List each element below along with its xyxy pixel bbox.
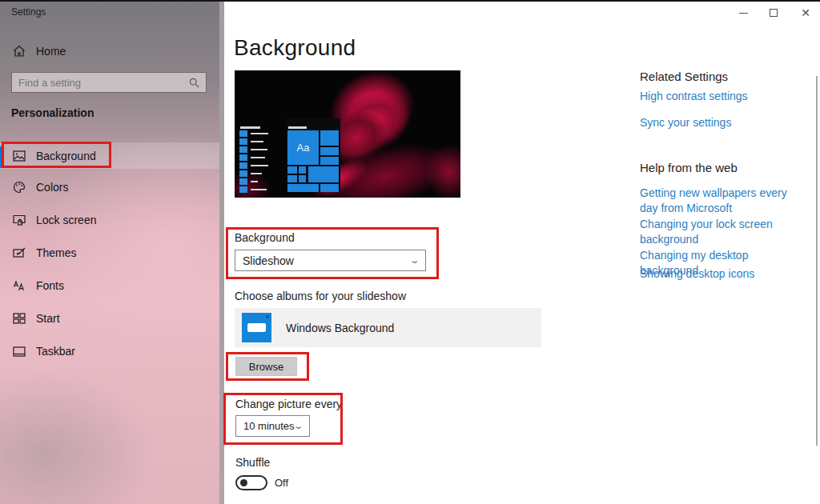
preview-tile — [299, 166, 306, 174]
sidebar-item-label: Colors — [36, 181, 68, 194]
selected-accent-bar — [0, 146, 3, 168]
sidebar-item-background[interactable]: Background — [0, 142, 219, 169]
link-desktop-icons[interactable]: Showing desktop icons — [640, 266, 754, 282]
preview-app-line — [251, 165, 268, 166]
link-new-wallpapers[interactable]: Getting new wallpapers every day from Mi… — [640, 186, 796, 217]
toggle-knob — [240, 479, 247, 486]
sidebar-item-taskbar[interactable]: Taskbar — [0, 338, 219, 364]
window-top-border — [0, 0, 820, 2]
background-dropdown-label: Background — [235, 231, 295, 244]
preview-tile — [308, 166, 339, 182]
sidebar-item-label: Themes — [36, 246, 77, 259]
sidebar-item-label: Fonts — [36, 279, 64, 292]
shuffle-label: Shuffle — [235, 456, 270, 469]
shuffle-toggle[interactable] — [235, 475, 267, 490]
sidebar-item-label: Lock screen — [36, 214, 96, 226]
preview-app-square — [239, 178, 247, 185]
sidebar-item-themes[interactable]: Themes — [0, 240, 219, 266]
sidebar-item-label: Background — [36, 150, 96, 162]
search-input[interactable] — [12, 77, 189, 89]
scrollbar[interactable] — [816, 76, 818, 446]
sidebar-item-home[interactable]: Home — [0, 38, 219, 64]
preview-app-square — [239, 146, 247, 153]
preview-hamburger-line — [288, 126, 307, 129]
themes-icon — [13, 247, 26, 259]
image-icon — [13, 150, 26, 162]
sidebar-item-lock-screen[interactable]: Lock screen — [0, 207, 219, 233]
preview-app-square — [239, 154, 247, 161]
palette-icon — [13, 181, 26, 194]
preview-app-square — [239, 138, 247, 145]
page-title: Background — [234, 35, 356, 61]
help-header: Help from the web — [640, 161, 738, 174]
maximize-button[interactable] — [759, 2, 788, 24]
maximize-icon — [770, 9, 778, 17]
sidebar-item-label: Taskbar — [36, 345, 75, 358]
search-icon[interactable] — [189, 78, 199, 88]
album-icon-dot — [266, 315, 269, 318]
start-icon — [13, 313, 26, 324]
preview-app-line — [251, 173, 262, 174]
preview-app-line — [251, 157, 265, 158]
sidebar-divider — [219, 0, 224, 504]
preview-app-line — [251, 133, 268, 134]
preview-app-square — [239, 162, 247, 169]
preview-applist-header — [240, 126, 260, 129]
preview-tile-aa: Aa — [287, 130, 319, 165]
sidebar-item-colors[interactable]: Colors — [0, 174, 219, 200]
minimize-icon — [739, 13, 748, 14]
preview-app-line — [251, 189, 267, 190]
sidebar-item-label: Start — [36, 312, 60, 325]
background-dropdown[interactable]: Slideshow ⌄ — [235, 250, 426, 271]
album-folder-icon — [242, 313, 271, 342]
close-button[interactable]: ✕ — [791, 2, 820, 24]
wallpaper-preview: Aa — [235, 70, 460, 198]
album-row[interactable]: Windows Background — [235, 308, 541, 347]
lock-screen-icon — [13, 214, 26, 226]
preview-tile — [320, 157, 339, 165]
shuffle-state: Off — [275, 477, 288, 489]
preview-tile — [320, 147, 339, 155]
tile-text: Aa — [297, 142, 310, 154]
preview-app-square — [239, 130, 247, 137]
album-name: Windows Background — [286, 322, 394, 334]
preview-tile — [287, 166, 297, 174]
preview-tile — [299, 175, 306, 182]
change-picture-dropdown[interactable]: 10 minutes ⌄ — [235, 415, 310, 437]
choose-albums-label: Choose albums for your slideshow — [235, 290, 406, 302]
album-icon-bar — [247, 323, 266, 332]
preview-app-line — [251, 141, 263, 142]
change-picture-value: 10 minutes — [243, 420, 295, 432]
fonts-icon — [13, 280, 26, 292]
preview-app-square — [239, 170, 247, 177]
preview-tile — [320, 130, 339, 146]
home-icon — [13, 45, 26, 58]
link-high-contrast[interactable]: High contrast settings — [640, 89, 748, 104]
close-icon: ✕ — [801, 6, 810, 19]
chevron-down-icon: ⌄ — [409, 255, 420, 266]
taskbar-icon — [13, 346, 26, 357]
sidebar-item-fonts[interactable]: Fonts — [0, 273, 219, 298]
sidebar-section-header: Personalization — [11, 106, 94, 119]
preview-tile — [287, 175, 297, 182]
preview-app-line — [251, 181, 258, 182]
app-title: Settings — [11, 6, 46, 18]
related-settings-header: Related Settings — [640, 70, 728, 83]
background-dropdown-value: Slideshow — [243, 254, 294, 267]
sidebar: Settings Home Personalization Background… — [0, 0, 219, 504]
browse-button[interactable]: Browse — [235, 357, 297, 376]
link-sync-settings[interactable]: Sync your settings — [640, 115, 731, 130]
preview-app-line — [251, 149, 267, 150]
search-box[interactable] — [11, 72, 207, 93]
sidebar-item-label: Home — [36, 45, 66, 58]
preview-app-square — [239, 186, 247, 193]
preview-start-panel: Aa — [286, 118, 340, 192]
sidebar-item-start[interactable]: Start — [0, 306, 219, 331]
minimize-button[interactable] — [729, 2, 758, 24]
chevron-down-icon: ⌄ — [293, 421, 303, 431]
preview-tile — [320, 184, 339, 192]
preview-tile — [287, 184, 319, 192]
change-picture-label: Change picture every — [235, 398, 342, 410]
link-lock-screen-background[interactable]: Changing your lock screen background — [640, 217, 780, 248]
